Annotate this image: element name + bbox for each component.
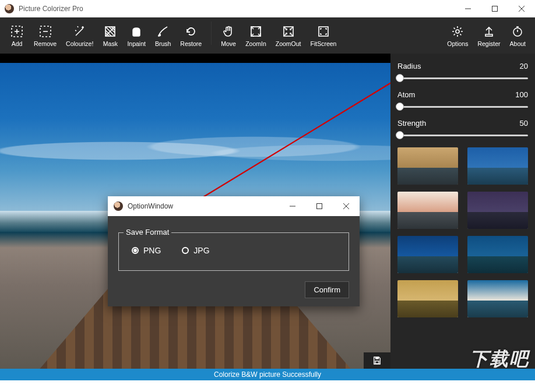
dialog-maximize-button[interactable] xyxy=(306,196,333,216)
radio-png-label: PNG xyxy=(143,246,161,255)
tool-move-label: Move xyxy=(221,40,236,47)
maximize-icon xyxy=(316,203,322,209)
remove-icon xyxy=(38,24,53,39)
svg-line-11 xyxy=(254,29,258,34)
svg-rect-15 xyxy=(485,34,492,36)
preset-item[interactable] xyxy=(397,192,458,229)
minimize-icon xyxy=(465,6,471,12)
status-message: Colorize B&W picture Successfully xyxy=(214,370,321,379)
close-button[interactable] xyxy=(508,0,535,17)
maximize-button[interactable] xyxy=(481,0,508,17)
eraser-icon xyxy=(129,24,144,39)
zoom-in-icon xyxy=(248,24,263,39)
radio-jpg[interactable]: JPG xyxy=(182,246,209,255)
preset-item[interactable] xyxy=(397,236,458,273)
svg-point-14 xyxy=(456,30,459,33)
tool-brush[interactable]: Brush xyxy=(152,22,174,50)
slider-strength-track[interactable] xyxy=(397,131,528,139)
tool-remove[interactable]: Remove xyxy=(30,22,60,50)
tool-register[interactable]: Register xyxy=(474,22,504,50)
app-title: Picture Colorizer Pro xyxy=(19,5,455,13)
save-format-legend: Save Format xyxy=(124,228,171,236)
tool-add[interactable]: Add xyxy=(6,22,28,50)
upload-icon xyxy=(481,24,497,39)
toolbar: Add Remove Colourize! Mask Inpaint Brush… xyxy=(0,17,535,54)
tool-fitscreen[interactable]: FitScreen xyxy=(307,22,340,50)
close-icon xyxy=(343,203,349,209)
tool-options-label: Options xyxy=(447,40,468,47)
tool-zoomout-label: ZoomOut xyxy=(276,40,301,47)
preset-item[interactable] xyxy=(467,280,528,317)
add-icon xyxy=(9,24,24,39)
save-format-fieldset: Save Format PNG JPG xyxy=(118,232,349,271)
app-icon xyxy=(5,4,14,13)
tool-restore[interactable]: Restore xyxy=(177,22,205,50)
slider-thumb[interactable] xyxy=(396,131,404,139)
preset-item[interactable] xyxy=(397,280,458,317)
svg-rect-22 xyxy=(317,204,322,209)
toolbar-separator xyxy=(211,22,212,45)
slider-thumb[interactable] xyxy=(396,103,404,111)
options-dialog: OptionWindow Save Format PNG JPG xyxy=(108,196,360,306)
tool-inpaint-label: Inpaint xyxy=(127,40,146,47)
dialog-minimize-button[interactable] xyxy=(279,196,306,216)
tool-colourize[interactable]: Colourize! xyxy=(62,22,97,50)
tool-restore-label: Restore xyxy=(180,40,202,47)
tool-options[interactable]: Options xyxy=(444,22,471,50)
main-area: OptionWindow Save Format PNG JPG xyxy=(0,54,535,380)
side-panel: Radius 20 Atom 100 Strength 50 xyxy=(390,54,535,380)
zoom-out-icon xyxy=(281,24,296,39)
status-bar: Colorize B&W picture Successfully xyxy=(0,369,535,380)
fit-screen-icon xyxy=(316,24,331,39)
gear-icon xyxy=(450,24,465,39)
tool-zoomout[interactable]: ZoomOut xyxy=(272,22,305,50)
tool-zoomin[interactable]: ZoomIn xyxy=(242,22,270,50)
slider-strength: Strength 50 xyxy=(397,119,528,139)
slider-strength-label: Strength xyxy=(397,119,426,128)
save-button[interactable] xyxy=(364,352,390,369)
dialog-body: Save Format PNG JPG Confirm xyxy=(108,216,360,306)
slider-strength-value: 50 xyxy=(520,119,528,128)
dialog-close-button[interactable] xyxy=(333,196,360,216)
radio-png[interactable]: PNG xyxy=(132,246,161,255)
slider-thumb[interactable] xyxy=(396,74,404,82)
titlebar: Picture Colorizer Pro xyxy=(0,0,535,17)
tool-mask-label: Mask xyxy=(103,40,118,47)
tool-inpaint[interactable]: Inpaint xyxy=(124,22,149,50)
svg-rect-1 xyxy=(492,6,498,11)
minimize-button[interactable] xyxy=(455,0,481,17)
radio-jpg-label: JPG xyxy=(193,246,209,255)
preset-item[interactable] xyxy=(467,192,528,229)
save-icon xyxy=(372,355,382,366)
tool-mask[interactable]: Mask xyxy=(99,22,121,50)
dialog-title: OptionWindow xyxy=(128,202,279,210)
slider-atom-value: 100 xyxy=(515,90,528,99)
watermark-text: 下载吧 xyxy=(470,348,529,369)
preset-item[interactable] xyxy=(397,147,458,185)
minimize-icon xyxy=(290,203,295,209)
slider-atom: Atom 100 xyxy=(397,90,528,111)
preset-item[interactable] xyxy=(467,236,528,273)
tool-about[interactable]: About xyxy=(506,22,529,50)
slider-radius-track[interactable] xyxy=(397,74,528,82)
dialog-titlebar[interactable]: OptionWindow xyxy=(108,196,360,216)
tool-brush-label: Brush xyxy=(155,40,171,47)
svg-rect-25 xyxy=(375,357,379,359)
dialog-app-icon xyxy=(114,202,123,211)
svg-rect-26 xyxy=(375,361,379,364)
confirm-button[interactable]: Confirm xyxy=(305,281,349,298)
slider-atom-label: Atom xyxy=(397,90,415,99)
stopwatch-icon xyxy=(510,24,525,39)
preset-item[interactable] xyxy=(467,147,528,185)
brush-icon xyxy=(156,24,171,39)
canvas-area[interactable]: OptionWindow Save Format PNG JPG xyxy=(0,54,390,380)
tool-about-label: About xyxy=(510,40,526,47)
slider-atom-track[interactable] xyxy=(397,103,528,111)
slider-radius-label: Radius xyxy=(397,62,421,70)
radio-jpg-dot xyxy=(182,247,189,254)
preset-grid xyxy=(397,147,528,317)
tool-move[interactable]: Move xyxy=(217,22,240,50)
tool-zoomin-label: ZoomIn xyxy=(245,40,266,47)
clouds-decor xyxy=(0,130,390,171)
mask-icon xyxy=(103,24,118,39)
